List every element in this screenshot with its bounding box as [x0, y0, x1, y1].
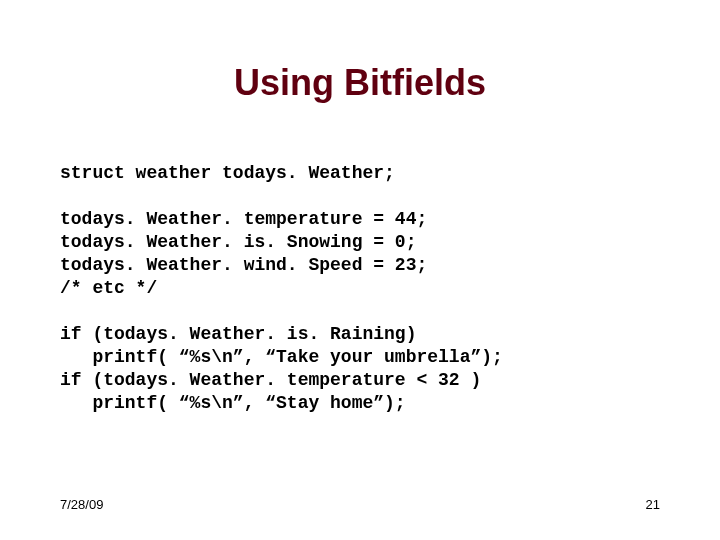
page-number: 21: [646, 497, 660, 512]
slide: Using Bitfields struct weather todays. W…: [0, 0, 720, 540]
slide-title: Using Bitfields: [0, 62, 720, 104]
code-block: struct weather todays. Weather; todays. …: [60, 162, 660, 415]
footer-date: 7/28/09: [60, 497, 103, 512]
